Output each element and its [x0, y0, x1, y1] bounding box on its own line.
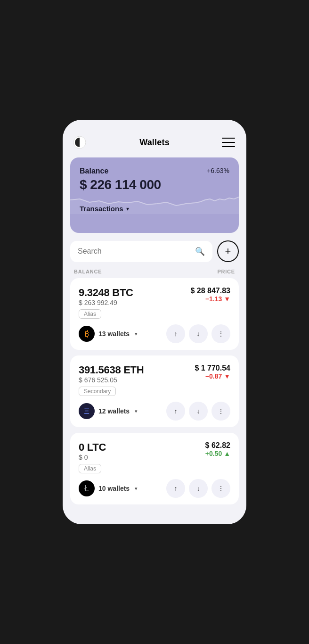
- receive-button[interactable]: ↓: [189, 479, 208, 498]
- coin-balance: 391.5638 ETH: [79, 364, 144, 376]
- send-button[interactable]: ↑: [166, 479, 185, 498]
- receive-button[interactable]: ↓: [189, 402, 208, 421]
- coin-alias-tag: Alias: [79, 464, 101, 473]
- coin-actions: ↑ ↓ ⋮: [166, 479, 230, 498]
- wallet-chevron: ▾: [135, 331, 138, 337]
- search-input[interactable]: [78, 247, 190, 256]
- balance-label: Balance: [80, 167, 108, 175]
- coin-identity[interactable]: Ł 10 wallets ▾: [79, 480, 138, 496]
- coin-price: $ 1 770.54: [195, 364, 230, 372]
- coin-fiat-balance: $ 676 525.05: [79, 376, 144, 384]
- wallet-count: 13 wallets: [98, 330, 130, 338]
- price-column-header: PRICE: [217, 269, 235, 274]
- coin-fiat-balance: $ 263 992.49: [79, 299, 133, 306]
- coin-list: 9.3248 BTC $ 263 992.49 Alias $ 28 847.8…: [63, 278, 246, 504]
- transactions-label: Transactions: [80, 205, 123, 213]
- coin-logo-ltc: Ł: [79, 480, 95, 496]
- coin-actions: ↑ ↓ ⋮: [166, 324, 230, 343]
- wallet-count: 10 wallets: [98, 485, 130, 492]
- coin-price-change: −1.13 ▼: [205, 295, 230, 303]
- receive-button[interactable]: ↓: [189, 324, 208, 343]
- coin-price-change: −0.87 ▼: [205, 372, 230, 380]
- balance-column-header: BALANCE: [74, 269, 102, 274]
- more-button[interactable]: ⋮: [211, 324, 230, 343]
- coin-price-change: +0.50 ▲: [205, 450, 230, 457]
- coin-card: 391.5638 ETH $ 676 525.05 Secondary $ 1 …: [70, 355, 239, 427]
- page-title: Wallets: [139, 138, 170, 148]
- search-icon: 🔍: [195, 247, 205, 256]
- search-row: 🔍 +: [63, 240, 246, 262]
- coin-alias-tag: Alias: [79, 309, 101, 319]
- balance-percent: +6.63%: [207, 167, 229, 174]
- coin-actions: ↑ ↓ ⋮: [166, 402, 230, 421]
- coin-logo-eth: Ξ: [79, 403, 95, 419]
- coin-identity[interactable]: Ξ 12 wallets ▾: [79, 403, 138, 419]
- more-button[interactable]: ⋮: [211, 479, 230, 498]
- coin-logo-btc: ₿: [79, 326, 95, 342]
- transactions-row[interactable]: Transactions ▾: [80, 205, 229, 213]
- header: Wallets: [63, 129, 246, 156]
- coin-balance: 0 LTC: [79, 441, 106, 454]
- coin-identity[interactable]: ₿ 13 wallets ▾: [79, 326, 138, 342]
- more-button[interactable]: ⋮: [211, 402, 230, 421]
- wallet-chevron: ▾: [135, 408, 138, 414]
- coin-fiat-balance: $ 0: [79, 454, 106, 461]
- coin-balance: 9.3248 BTC: [79, 287, 133, 299]
- coin-card: 9.3248 BTC $ 263 992.49 Alias $ 28 847.8…: [70, 278, 239, 350]
- phone-shell: Wallets Balance +6.63% $ 226 114 000 Tra…: [63, 120, 246, 524]
- app-logo: [72, 135, 87, 150]
- column-headers: BALANCE PRICE: [63, 266, 246, 278]
- coin-price: $ 62.82: [205, 441, 230, 450]
- coin-price: $ 28 847.83: [190, 287, 230, 295]
- search-box: 🔍: [70, 241, 212, 262]
- balance-card: Balance +6.63% $ 226 114 000 Transaction…: [70, 157, 239, 233]
- add-wallet-button[interactable]: +: [217, 240, 239, 262]
- transactions-chevron: ▾: [126, 206, 129, 212]
- wallet-chevron: ▾: [135, 486, 138, 492]
- coin-alias-tag: Secondary: [79, 387, 116, 396]
- menu-icon[interactable]: [222, 138, 235, 147]
- send-button[interactable]: ↑: [166, 402, 185, 421]
- send-button[interactable]: ↑: [166, 324, 185, 343]
- coin-card: 0 LTC $ 0 Alias $ 62.82 +0.50 ▲ Ł 10 wal…: [70, 433, 239, 504]
- wallet-count: 12 wallets: [98, 407, 130, 415]
